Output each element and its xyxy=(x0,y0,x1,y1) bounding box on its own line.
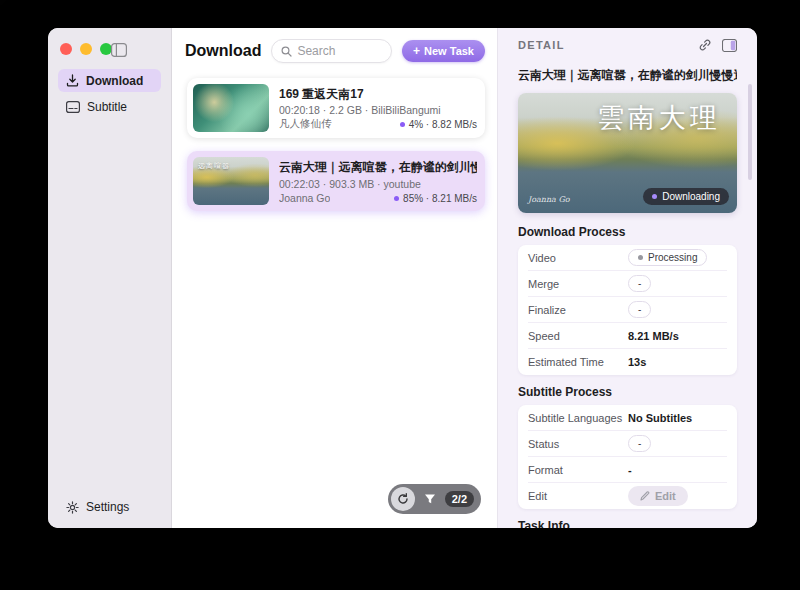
task-count-badge: 2/2 xyxy=(445,491,474,507)
detail-heading: DETAIL xyxy=(518,39,565,51)
task-author: 凡人修仙传 xyxy=(279,117,332,131)
sidebar-item-subtitle[interactable]: Subtitle xyxy=(58,95,161,118)
processing-pill: Processing xyxy=(628,249,707,266)
detail-row-subtitle-languages: Subtitle Languages No Subtitles xyxy=(528,405,727,431)
search-input[interactable] xyxy=(297,44,382,58)
task-row[interactable]: 169 重返天南17 00:20:18 · 2.2 GB · BiliBiliB… xyxy=(187,78,485,138)
row-value: No Subtitles xyxy=(628,412,692,424)
subtitle-process-heading: Subtitle Process xyxy=(518,385,737,399)
download-process-heading: Download Process xyxy=(518,225,737,239)
row-label: Video xyxy=(528,252,628,264)
task-row-selected[interactable]: 远离喧嚣 云南大理｜远离喧嚣，在静谧的剑川慢慢… 00:22:03 · 903.… xyxy=(187,151,485,211)
search-box[interactable] xyxy=(271,39,392,63)
sidebar-item-label: Download xyxy=(86,74,143,88)
detail-row-finalize: Finalize - xyxy=(528,297,727,323)
task-text: 169 重返天南17 00:20:18 · 2.2 GB · BiliBiliB… xyxy=(279,84,477,132)
progress-dot-icon xyxy=(394,196,399,201)
row-label: Edit xyxy=(528,490,628,502)
thumbnail-title-text: 雲南大理 xyxy=(597,100,721,136)
task-progress: 85% · 8.21 MB/s xyxy=(394,193,477,204)
progress-dot-icon xyxy=(400,122,405,127)
status-pill: - xyxy=(628,435,651,452)
panel-toggle-icon[interactable] xyxy=(722,39,737,52)
row-label: Subtitle Languages xyxy=(528,412,628,424)
row-label: Speed xyxy=(528,330,628,342)
task-text: 云南大理｜远离喧嚣，在静谧的剑川慢慢… 00:22:03 · 903.3 MB … xyxy=(279,157,477,205)
subtitle-process-card: Subtitle Languages No Subtitles Status -… xyxy=(518,405,737,509)
sidebar-item-label: Subtitle xyxy=(87,100,127,114)
task-list: 169 重返天南17 00:20:18 · 2.2 GB · BiliBiliB… xyxy=(172,78,497,211)
merge-pill: - xyxy=(628,275,651,292)
pencil-icon xyxy=(640,491,650,501)
task-info-heading: Task Info xyxy=(518,519,737,528)
search-icon xyxy=(281,46,292,57)
app-window: Download Subtitle Settings Download xyxy=(48,28,757,528)
link-icon[interactable] xyxy=(698,38,712,52)
thumbnail-author-text: Joanna Go xyxy=(528,195,570,204)
row-value: 13s xyxy=(628,356,646,368)
download-icon xyxy=(66,74,79,87)
filter-icon[interactable] xyxy=(424,493,436,505)
new-task-button[interactable]: + New Task xyxy=(402,40,485,62)
list-toolbar: 2/2 xyxy=(388,484,481,514)
status-dot-icon xyxy=(652,194,657,199)
row-label: Merge xyxy=(528,278,628,290)
task-thumbnail xyxy=(193,84,269,132)
detail-row-edit: Edit Edit xyxy=(528,483,727,509)
task-title: 169 重返天南17 xyxy=(279,86,477,103)
subtitle-icon xyxy=(66,101,80,113)
detail-row-status: Status - xyxy=(528,431,727,457)
row-label: Finalize xyxy=(528,304,628,316)
detail-panel: DETAIL 云南大理｜远离喧嚣，在静谧的剑川慢慢逛｜千… 雲南大理 Joann… xyxy=(497,28,757,528)
main-panel: Download + New Task 169 重返天南17 00:20:18 … xyxy=(172,28,497,528)
detail-header: DETAIL xyxy=(518,36,737,54)
sidebar-item-settings[interactable]: Settings xyxy=(66,500,129,514)
task-progress: 4% · 8.82 MB/s xyxy=(400,119,477,130)
minimize-button[interactable] xyxy=(80,43,92,55)
row-label: Format xyxy=(528,464,628,476)
task-title: 云南大理｜远离喧嚣，在静谧的剑川慢慢… xyxy=(279,159,477,176)
plus-icon: + xyxy=(413,45,420,57)
gear-icon xyxy=(66,501,79,514)
page-title: Download xyxy=(185,42,261,60)
detail-row-format: Format - xyxy=(528,457,727,483)
sidebar-toggle-icon[interactable] xyxy=(111,43,127,57)
status-badge: Downloading xyxy=(643,188,729,205)
main-header: Download + New Task xyxy=(172,28,497,63)
row-value: 8.21 MB/s xyxy=(628,330,679,342)
settings-label: Settings xyxy=(86,500,129,514)
detail-scrollbar[interactable] xyxy=(748,84,752,180)
detail-row-estimated-time: Estimated Time 13s xyxy=(528,349,727,375)
edit-subtitle-button[interactable]: Edit xyxy=(628,486,688,506)
detail-row-speed: Speed 8.21 MB/s xyxy=(528,323,727,349)
close-button[interactable] xyxy=(60,43,72,55)
row-label: Status xyxy=(528,438,628,450)
task-thumbnail: 远离喧嚣 xyxy=(193,157,269,205)
thumbnail-overlay-text: 远离喧嚣 xyxy=(198,161,230,171)
traffic-lights xyxy=(48,28,171,55)
detail-row-merge: Merge - xyxy=(528,271,727,297)
sidebar-item-download[interactable]: Download xyxy=(58,69,161,92)
sidebar-nav: Download Subtitle xyxy=(48,69,171,118)
detail-row-video: Video Processing xyxy=(528,245,727,271)
refresh-button[interactable] xyxy=(391,487,415,511)
task-author: Joanna Go xyxy=(279,192,330,204)
pill-dot-icon xyxy=(638,255,643,260)
finalize-pill: - xyxy=(628,301,651,318)
new-task-label: New Task xyxy=(424,45,474,57)
task-meta: 00:20:18 · 2.2 GB · BiliBiliBangumi xyxy=(279,104,477,116)
sidebar: Download Subtitle Settings xyxy=(48,28,172,528)
task-meta: 00:22:03 · 903.3 MB · youtube xyxy=(279,178,477,190)
detail-title: 云南大理｜远离喧嚣，在静谧的剑川慢慢逛｜千… xyxy=(518,67,737,84)
row-label: Estimated Time xyxy=(528,356,628,368)
row-value: - xyxy=(628,464,632,476)
download-process-card: Video Processing Merge - Finalize - Spee… xyxy=(518,245,737,375)
detail-thumbnail: 雲南大理 Joanna Go Downloading xyxy=(518,93,737,213)
